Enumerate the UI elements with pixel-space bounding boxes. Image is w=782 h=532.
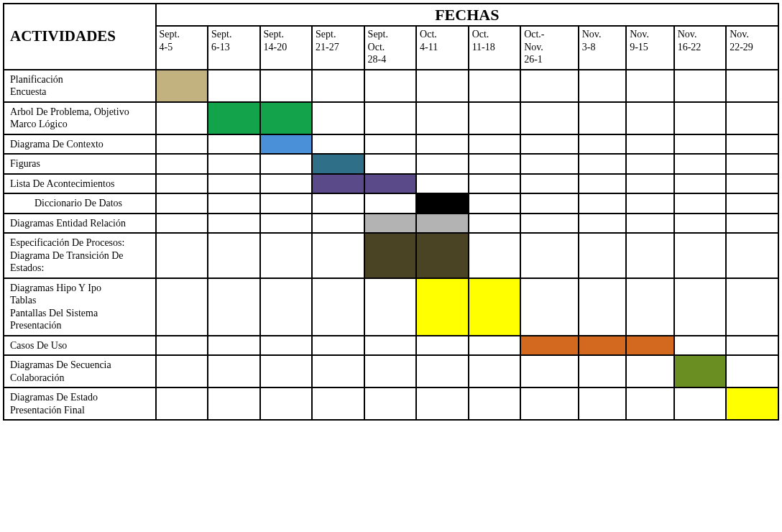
gantt-row: Lista De Acontecimientos xyxy=(4,174,778,194)
gantt-row: Diccionario De Datos xyxy=(4,193,778,214)
gantt-cell xyxy=(469,70,521,102)
gantt-cell xyxy=(469,278,521,336)
gantt-cell xyxy=(520,233,579,278)
date-col-6: Oct.11-18 xyxy=(469,26,521,70)
activity-label: Diagramas De SecuenciaColaboración xyxy=(4,355,156,387)
gantt-cell xyxy=(156,233,208,278)
gantt-cell xyxy=(469,174,521,194)
gantt-cell xyxy=(260,387,313,420)
gantt-cell xyxy=(260,102,313,134)
gantt-cell xyxy=(260,154,313,174)
date-col-8: Nov.3-8 xyxy=(579,26,626,70)
gantt-cell xyxy=(674,214,727,234)
gantt-cell xyxy=(312,355,364,387)
gantt-cell xyxy=(156,278,208,336)
gantt-row: PlanificaciónEncuesta xyxy=(4,70,778,102)
gantt-cell xyxy=(312,233,364,278)
gantt-cell xyxy=(156,193,208,214)
gantt-cell xyxy=(260,70,313,102)
gantt-cell xyxy=(416,174,469,194)
gantt-cell xyxy=(312,134,364,155)
gantt-cell xyxy=(626,278,673,336)
activity-label: Lista De Acontecimientos xyxy=(4,174,156,194)
gantt-cell xyxy=(156,154,208,174)
gantt-cell xyxy=(364,233,417,278)
gantt-cell xyxy=(520,134,579,155)
gantt-cell xyxy=(726,70,778,102)
gantt-cell xyxy=(469,193,521,214)
activity-label: Diagramas Entidad Relación xyxy=(4,214,156,234)
gantt-cell xyxy=(416,355,469,387)
gantt-cell xyxy=(416,102,469,134)
gantt-cell xyxy=(312,387,364,420)
gantt-cell xyxy=(260,214,313,234)
gantt-cell xyxy=(626,154,673,174)
gantt-cell xyxy=(364,174,417,194)
activity-label: Especificación De Procesos:Diagrama De T… xyxy=(4,233,156,278)
gantt-cell xyxy=(208,387,260,420)
gantt-cell xyxy=(416,70,469,102)
gantt-cell xyxy=(520,102,579,134)
gantt-cell xyxy=(626,134,673,155)
gantt-cell xyxy=(674,70,727,102)
gantt-cell xyxy=(520,193,579,214)
gantt-cell xyxy=(520,336,579,356)
gantt-table: ACTIVIDADES FECHAS Sept.4-5Sept.6-13Sept… xyxy=(3,3,779,421)
gantt-cell xyxy=(260,233,313,278)
gantt-cell xyxy=(208,174,260,194)
gantt-cell xyxy=(364,193,417,214)
gantt-cell xyxy=(312,102,364,134)
gantt-cell xyxy=(260,336,313,356)
gantt-cell xyxy=(260,134,313,155)
gantt-cell xyxy=(726,355,778,387)
gantt-cell xyxy=(364,214,417,234)
gantt-cell xyxy=(364,278,417,336)
gantt-cell xyxy=(579,387,626,420)
gantt-cell xyxy=(626,355,673,387)
gantt-cell xyxy=(579,134,626,155)
gantt-cell xyxy=(520,214,579,234)
gantt-cell xyxy=(364,134,417,155)
gantt-cell xyxy=(674,193,727,214)
gantt-cell xyxy=(726,134,778,155)
gantt-cell xyxy=(520,387,579,420)
gantt-cell xyxy=(674,154,727,174)
gantt-cell xyxy=(364,102,417,134)
gantt-cell xyxy=(208,70,260,102)
gantt-cell xyxy=(626,387,673,420)
date-col-0: Sept.4-5 xyxy=(156,26,208,70)
gantt-cell xyxy=(674,355,727,387)
gantt-row: Diagramas Entidad Relación xyxy=(4,214,778,234)
gantt-cell xyxy=(156,387,208,420)
gantt-cell xyxy=(520,70,579,102)
gantt-cell xyxy=(260,174,313,194)
gantt-cell xyxy=(726,214,778,234)
gantt-cell xyxy=(156,174,208,194)
gantt-cell xyxy=(469,102,521,134)
gantt-cell xyxy=(364,336,417,356)
gantt-cell xyxy=(260,278,313,336)
gantt-cell xyxy=(156,70,208,102)
gantt-cell xyxy=(579,278,626,336)
date-col-9: Nov.9-15 xyxy=(626,26,673,70)
gantt-cell xyxy=(579,336,626,356)
gantt-cell xyxy=(416,233,469,278)
gantt-cell xyxy=(579,233,626,278)
gantt-cell xyxy=(416,214,469,234)
gantt-cell xyxy=(579,102,626,134)
gantt-cell xyxy=(312,174,364,194)
gantt-cell xyxy=(469,355,521,387)
gantt-cell xyxy=(469,336,521,356)
gantt-cell xyxy=(726,102,778,134)
gantt-cell xyxy=(674,134,727,155)
activity-label: Diccionario De Datos xyxy=(4,193,156,214)
gantt-cell xyxy=(469,214,521,234)
gantt-cell xyxy=(726,336,778,356)
gantt-cell xyxy=(626,174,673,194)
gantt-cell xyxy=(156,355,208,387)
gantt-cell xyxy=(579,214,626,234)
gantt-cell xyxy=(520,154,579,174)
gantt-cell xyxy=(364,355,417,387)
gantt-cell xyxy=(208,134,260,155)
gantt-cell xyxy=(312,154,364,174)
